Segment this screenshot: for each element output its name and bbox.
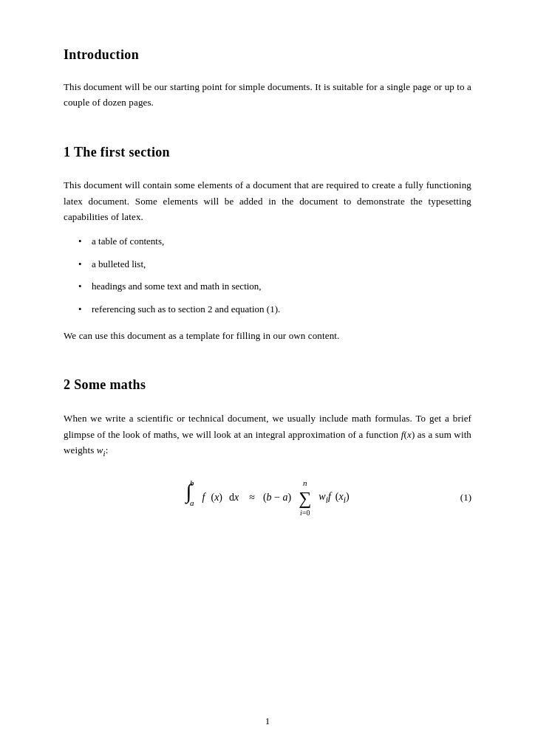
approx-symbol: ≈ <box>249 489 255 506</box>
list-item: a bulleted list, <box>78 257 471 272</box>
integral-upper: b <box>190 477 194 490</box>
factor: (b − a) <box>263 489 291 506</box>
section2: 2 Some maths When we write a scientific … <box>64 374 471 519</box>
list-item: a table of contents, <box>78 234 471 250</box>
equation-number: (1) <box>460 490 471 506</box>
section2-paragraph: When we write a scientific or technical … <box>64 410 471 460</box>
section1: 1 The first section This document will c… <box>64 142 471 344</box>
section1-paragraph1: This document will contain some elements… <box>64 177 471 224</box>
section1-paragraph2: We can use this document as a template f… <box>64 328 471 343</box>
equation-container: ∫ b a f(x) dx ≈ (b − a) n ∑ i=0 <box>64 477 471 520</box>
list-item: referencing such as to section 2 and equ… <box>78 302 471 317</box>
intro-heading: Introduction <box>64 44 471 66</box>
section2-heading: 2 Some maths <box>64 374 471 396</box>
list-item-label: a table of contents, <box>92 236 164 247</box>
section1-heading: 1 The first section <box>64 142 471 163</box>
integrand-parens: (x) <box>211 489 222 506</box>
integral-lower: a <box>190 497 194 510</box>
integral-block: ∫ b a <box>185 481 195 515</box>
list-item-label: headings and some text and math in secti… <box>92 281 262 292</box>
list-item-label: referencing such as to section 2 and equ… <box>92 303 280 315</box>
page-number: 1 <box>265 714 270 729</box>
sum-block: n ∑ i=0 <box>299 477 311 520</box>
math-equation: ∫ b a f(x) dx ≈ (b − a) n ∑ i=0 <box>185 477 349 520</box>
list-item-label: a bulleted list, <box>92 258 146 269</box>
integrand: f <box>202 489 205 506</box>
integral-limits: b a <box>190 477 194 510</box>
sum-symbol: ∑ <box>299 489 311 507</box>
page: Introduction This document will be our s… <box>0 0 535 756</box>
list-item: headings and some text and math in secti… <box>78 279 471 295</box>
sum-lower: i=0 <box>300 507 310 519</box>
sum-term: wif <box>318 489 330 507</box>
bullet-list: a table of contents, a bulleted list, he… <box>78 234 471 317</box>
dx: dx <box>229 489 239 506</box>
intro-paragraph: This document will be our starting point… <box>64 79 471 111</box>
intro-section: Introduction This document will be our s… <box>64 44 471 111</box>
sum-upper: n <box>303 477 307 490</box>
sum-term-parens: (xi) <box>335 489 350 507</box>
